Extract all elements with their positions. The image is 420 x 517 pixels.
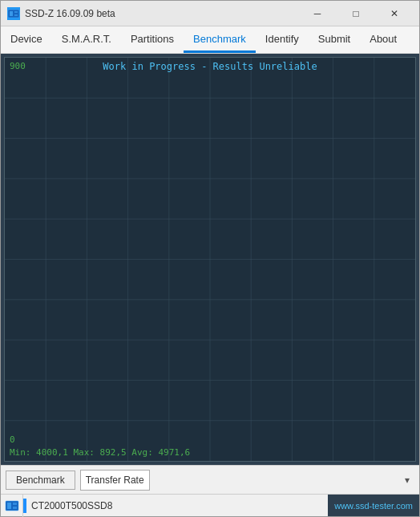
close-button[interactable]: ✕ [376, 2, 413, 25]
menu-item-submit[interactable]: Submit [309, 26, 360, 53]
benchmark-button[interactable]: Benchmark [6, 471, 75, 490]
minimize-button[interactable]: ─ [299, 2, 336, 25]
svg-rect-23 [7, 503, 11, 509]
maximize-button[interactable]: □ [337, 2, 374, 25]
title-bar: SSD-Z 16.09.09 beta ─ □ ✕ [1, 1, 419, 26]
chart-area: 900 Work in Progress - Results Unreliabl… [4, 57, 416, 462]
svg-rect-1 [10, 11, 13, 16]
bottom-controls: Benchmark Transfer Rate Access Time Mixe… [1, 465, 419, 494]
menu-item-benchmark[interactable]: Benchmark [184, 26, 256, 53]
website-link: www.ssd-tester.com [328, 495, 419, 516]
chart-stats: Min: 4000,1 Max: 892,5 Avg: 4971,6 [10, 447, 190, 458]
menu-item-device[interactable]: Device [1, 26, 52, 53]
dropdown-wrapper: Transfer Rate Access Time Mixed IO ▾ [80, 470, 414, 491]
menu-bar: Device S.M.A.R.T. Partitions Benchmark I… [1, 26, 419, 54]
menu-item-about[interactable]: About [360, 26, 406, 53]
app-window: SSD-Z 16.09.09 beta ─ □ ✕ Device S.M.A.R… [0, 0, 420, 517]
title-bar-left: SSD-Z 16.09.09 beta [7, 7, 115, 20]
svg-rect-24 [13, 503, 17, 505]
menu-item-identify[interactable]: Identify [256, 26, 309, 53]
title-controls: ─ □ ✕ [299, 2, 413, 25]
status-bar: CT2000T500SSD8 www.ssd-tester.com [1, 494, 419, 516]
main-content: 900 Work in Progress - Results Unreliabl… [1, 54, 419, 465]
chart-grid [5, 58, 415, 461]
drive-indicator [23, 499, 26, 513]
svg-rect-3 [14, 14, 18, 16]
menu-item-smart[interactable]: S.M.A.R.T. [52, 26, 121, 53]
window-title: SSD-Z 16.09.09 beta [25, 8, 115, 19]
svg-rect-25 [13, 507, 17, 509]
status-app-icon [1, 495, 23, 517]
svg-rect-2 [14, 11, 18, 13]
transfer-rate-dropdown[interactable]: Transfer Rate Access Time Mixed IO [80, 470, 150, 491]
chart-working-label: Work in Progress - Results Unreliable [5, 61, 415, 72]
chart-y-bottom: 0 [10, 434, 15, 445]
drive-name: CT2000T500SSD8 [30, 500, 328, 511]
app-icon [7, 7, 20, 20]
dropdown-arrow-icon: ▾ [405, 475, 410, 486]
menu-item-partitions[interactable]: Partitions [121, 26, 184, 53]
